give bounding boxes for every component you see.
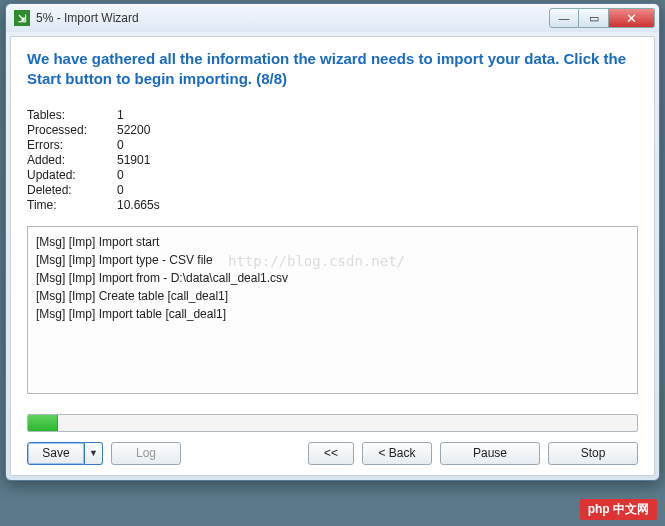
titlebar[interactable]: ⇲ 5% - Import Wizard — ▭ ✕ <box>6 4 659 32</box>
button-row: Save ▼ Log << < Back Pause Stop <box>27 442 638 465</box>
log-line: [Msg] [Imp] Import from - D:\data\call_d… <box>36 269 629 287</box>
log-box[interactable]: http://blog.csdn.net/ [Msg] [Imp] Import… <box>27 226 638 394</box>
time-label: Time: <box>27 198 117 212</box>
wizard-heading: We have gathered all the information the… <box>27 49 638 90</box>
client-area: We have gathered all the information the… <box>10 36 655 476</box>
deleted-value: 0 <box>117 183 217 197</box>
log-line: [Msg] [Imp] Import type - CSV file <box>36 251 629 269</box>
log-line: [Msg] [Imp] Create table [call_deal1] <box>36 287 629 305</box>
save-dropdown-button[interactable]: ▼ <box>85 442 103 465</box>
app-icon: ⇲ <box>14 10 30 26</box>
save-button[interactable]: Save <box>27 442 85 465</box>
brand-watermark: php 中文网 <box>580 499 657 520</box>
import-wizard-window: ⇲ 5% - Import Wizard — ▭ ✕ We have gathe… <box>5 3 660 481</box>
tables-value: 1 <box>117 108 217 122</box>
window-controls: — ▭ ✕ <box>549 8 655 28</box>
time-value: 10.665s <box>117 198 217 212</box>
pause-button[interactable]: Pause <box>440 442 540 465</box>
progress-bar <box>27 414 638 432</box>
progress-fill <box>28 415 58 431</box>
errors-label: Errors: <box>27 138 117 152</box>
added-value: 51901 <box>117 153 217 167</box>
log-line: [Msg] [Imp] Import start <box>36 233 629 251</box>
maximize-button[interactable]: ▭ <box>579 8 609 28</box>
updated-label: Updated: <box>27 168 117 182</box>
log-line: [Msg] [Imp] Import table [call_deal1] <box>36 305 629 323</box>
back-button[interactable]: < Back <box>362 442 432 465</box>
save-split-button: Save ▼ <box>27 442 103 465</box>
updated-value: 0 <box>117 168 217 182</box>
stats-grid: Tables: 1 Processed: 52200 Errors: 0 Add… <box>27 108 638 212</box>
processed-value: 52200 <box>117 123 217 137</box>
minimize-button[interactable]: — <box>549 8 579 28</box>
errors-value: 0 <box>117 138 217 152</box>
added-label: Added: <box>27 153 117 167</box>
tables-label: Tables: <box>27 108 117 122</box>
close-button[interactable]: ✕ <box>609 8 655 28</box>
first-button[interactable]: << <box>308 442 354 465</box>
stop-button[interactable]: Stop <box>548 442 638 465</box>
window-title: 5% - Import Wizard <box>36 11 549 25</box>
log-button[interactable]: Log <box>111 442 181 465</box>
processed-label: Processed: <box>27 123 117 137</box>
deleted-label: Deleted: <box>27 183 117 197</box>
